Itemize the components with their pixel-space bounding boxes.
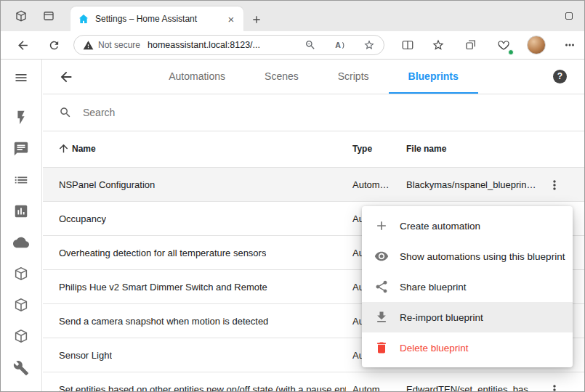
- home-assistant-favicon: [78, 13, 89, 25]
- menu-item-delete-blueprint[interactable]: Delete blueprint: [362, 332, 573, 363]
- favorites-icon: [432, 38, 445, 52]
- box-icon: [13, 297, 29, 313]
- cloud-icon: [13, 234, 29, 250]
- search-row: [43, 94, 584, 131]
- sidebar-item-box-2[interactable]: [12, 296, 30, 314]
- eye-icon: [374, 249, 389, 264]
- tab-title: Settings – Home Assistant: [95, 14, 225, 24]
- back-button[interactable]: [14, 36, 31, 54]
- tab-scripts[interactable]: Scripts: [318, 60, 389, 94]
- sidebar-item-box-1[interactable]: [12, 265, 30, 282]
- tab-scenes[interactable]: Scenes: [245, 60, 318, 94]
- sidebar-item-history[interactable]: [12, 203, 30, 220]
- sidebar-item-developer-tools[interactable]: [12, 359, 30, 377]
- table-row[interactable]: NSPanel Configuration Autom… Blackymas/n…: [43, 168, 584, 202]
- zoom-out-icon: [304, 39, 316, 51]
- row-overflow-button[interactable]: [545, 380, 564, 392]
- logbook-icon: [13, 141, 29, 157]
- security-label: Not secure: [98, 40, 140, 50]
- refresh-icon: [48, 39, 60, 52]
- restore-window-button[interactable]: [560, 8, 578, 24]
- tab-automations[interactable]: Automations: [149, 60, 245, 94]
- trash-icon: [374, 340, 389, 355]
- tab-actions-button[interactable]: [40, 7, 57, 25]
- sort-asc-icon[interactable]: [57, 142, 70, 155]
- menu-item-share-blueprint[interactable]: Share blueprint: [362, 271, 573, 302]
- column-header-name[interactable]: Name: [72, 144, 96, 154]
- read-aloud-icon: A: [334, 39, 346, 52]
- read-aloud-button[interactable]: A: [334, 39, 346, 52]
- sidebar-item-cloud[interactable]: [12, 234, 30, 251]
- zoom-out-button[interactable]: [304, 39, 316, 51]
- column-header-file[interactable]: File name: [406, 144, 446, 154]
- status-dot: [508, 49, 514, 55]
- table-row[interactable]: Set entities based on other entities new…: [43, 372, 584, 392]
- warning-icon: [83, 40, 94, 51]
- column-header-type[interactable]: Type: [352, 144, 372, 154]
- menu-item-reimport-blueprint[interactable]: Re-import blueprint: [362, 302, 573, 332]
- profile-avatar[interactable]: [527, 36, 546, 54]
- arrow-back-icon: [16, 38, 30, 52]
- sidebar-item-logbook[interactable]: [12, 140, 30, 158]
- split-screen-button[interactable]: [399, 36, 416, 54]
- browser-essentials-button[interactable]: [495, 36, 512, 54]
- search-icon: [59, 106, 72, 119]
- ha-header: Automations Scenes Scripts Blueprints ?: [43, 60, 584, 94]
- menu-item-label: Share blueprint: [400, 282, 467, 293]
- row-type: Autom…: [352, 384, 390, 392]
- row-name: Set entities based on other entities new…: [59, 384, 346, 392]
- star-icon: [363, 39, 375, 51]
- table-header: Name Type File name: [43, 131, 584, 168]
- favorites-button[interactable]: [429, 36, 447, 54]
- collections-button[interactable]: [462, 36, 480, 54]
- download-icon: [374, 310, 389, 324]
- search-input[interactable]: [81, 106, 372, 119]
- tab-icon: [42, 9, 55, 23]
- tab-blueprints[interactable]: Blueprints: [389, 60, 478, 94]
- menu-item-label: Delete blueprint: [400, 343, 469, 354]
- workspaces-icon: [15, 9, 28, 23]
- split-screen-icon: [401, 38, 414, 52]
- menu-icon: [14, 70, 28, 85]
- menu-item-create-automation[interactable]: Create automation: [362, 211, 573, 241]
- sidebar-item-box-3[interactable]: [12, 327, 30, 345]
- share-icon: [374, 279, 389, 294]
- plus-icon: [251, 14, 262, 25]
- more-vert-icon: [547, 178, 562, 192]
- menu-item-label: Show automations using this blueprint: [400, 251, 565, 262]
- ha-tab-bar: Automations Scenes Scripts Blueprints: [43, 60, 584, 94]
- blueprint-context-menu: Create automation Show automations using…: [362, 206, 573, 367]
- developer-tools-icon: [13, 360, 29, 376]
- row-name: Occupancy: [59, 213, 106, 224]
- row-name: Sensor Light: [59, 350, 112, 361]
- row-file: EdwardTEN/set_entities_bas…: [406, 384, 538, 392]
- help-button[interactable]: ?: [553, 70, 567, 83]
- box-icon: [13, 328, 29, 344]
- row-name: NSPanel Configuration: [59, 179, 155, 190]
- address-bar[interactable]: Not secure homeassistant.local:8123/... …: [73, 35, 384, 55]
- row-overflow-button[interactable]: [545, 176, 564, 195]
- url-text: homeassistant.local:8123/...: [148, 40, 260, 50]
- browser-tab[interactable]: Settings – Home Assistant ×: [70, 7, 243, 31]
- browser-titlebar: Settings – Home Assistant ×: [1, 1, 584, 31]
- workspaces-button[interactable]: [12, 7, 30, 25]
- collections-icon: [464, 38, 477, 52]
- restore-window-icon: [565, 12, 573, 20]
- svg-text:A: A: [335, 41, 341, 49]
- close-tab-button[interactable]: ×: [225, 12, 238, 25]
- browser-menu-button[interactable]: [561, 36, 578, 54]
- sidebar-item-energy[interactable]: [12, 109, 30, 126]
- sidebar: [1, 60, 42, 391]
- menu-item-show-automations[interactable]: Show automations using this blueprint: [362, 241, 573, 271]
- row-type: Autom…: [352, 179, 390, 190]
- box-icon: [13, 266, 29, 282]
- row-name: Send a camera snapshot when motion is de…: [59, 316, 268, 327]
- refresh-button[interactable]: [45, 36, 62, 54]
- history-icon: [13, 203, 29, 219]
- add-favorite-button[interactable]: [363, 39, 375, 51]
- new-tab-button[interactable]: [248, 11, 265, 28]
- row-file: Blackymas/nspanel_blueprin…: [406, 179, 536, 190]
- sidebar-item-todo-lists[interactable]: [12, 171, 30, 189]
- menu-item-label: Create automation: [400, 221, 480, 232]
- sidebar-menu-button[interactable]: [12, 69, 30, 86]
